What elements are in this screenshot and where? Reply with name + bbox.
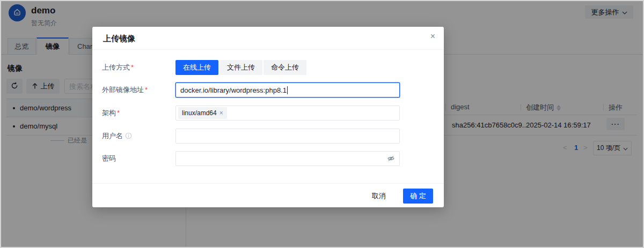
- method-command-button[interactable]: 命令上传: [264, 60, 306, 75]
- field-upload-method: 上传方式* 在线上传 文件上传 命令上传: [92, 60, 444, 75]
- required-asterisk: *: [145, 86, 148, 94]
- field-password: 密码: [92, 151, 444, 166]
- required-asterisk: *: [117, 109, 120, 117]
- modal-header: 上传镜像 ×: [92, 27, 444, 50]
- required-asterisk: *: [131, 63, 134, 71]
- architecture-select[interactable]: linux/amd64 ×: [175, 106, 400, 121]
- remove-tag-icon[interactable]: ×: [219, 109, 223, 117]
- method-online-button[interactable]: 在线上传: [175, 60, 218, 75]
- field-image-address: 外部镜像地址* docker.io/library/wordpress:php8…: [92, 82, 444, 97]
- text-cursor: [287, 86, 288, 94]
- field-label: 上传方式*: [102, 60, 173, 75]
- field-label: 架构*: [102, 106, 173, 121]
- upload-method-segmented: 在线上传 文件上传 命令上传: [175, 60, 400, 75]
- eye-off-icon[interactable]: [387, 155, 395, 164]
- upload-image-modal: 上传镜像 × 上传方式* 在线上传 文件上传 命令上传 外部镜像地址* dock…: [92, 27, 444, 207]
- modal-title: 上传镜像: [103, 34, 135, 44]
- cancel-button[interactable]: 取消: [366, 189, 392, 204]
- password-input[interactable]: [175, 151, 400, 166]
- method-file-button[interactable]: 文件上传: [219, 60, 262, 75]
- modal-footer: 取消 确 定: [92, 183, 444, 207]
- close-icon[interactable]: ×: [430, 32, 435, 41]
- field-username: 用户名: [92, 129, 444, 144]
- field-label: 密码: [102, 151, 173, 166]
- info-icon: [125, 130, 132, 145]
- username-input[interactable]: [175, 129, 400, 144]
- confirm-button[interactable]: 确 定: [403, 189, 433, 204]
- field-label: 用户名: [102, 129, 173, 145]
- registry-project-page: demo 暂无简介 更多操作 总览 镜像 Char 镜像: [0, 0, 644, 248]
- field-label: 外部镜像地址*: [102, 82, 173, 97]
- image-address-input[interactable]: docker.io/library/wordpress:php8.1: [175, 82, 400, 97]
- arch-tag-chip: linux/amd64 ×: [178, 107, 227, 119]
- field-architecture: 架构* linux/amd64 ×: [92, 106, 444, 121]
